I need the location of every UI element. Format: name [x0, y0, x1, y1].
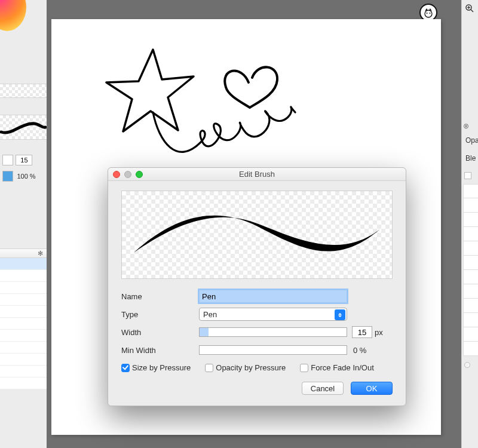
window-controls: [113, 171, 143, 178]
layer-row[interactable]: [0, 366, 47, 378]
foreground-color-swatch[interactable]: [2, 155, 13, 165]
app-window: 15 100 % ✻ ⊗ Opa Ble: [0, 0, 478, 448]
right-list-row[interactable]: [463, 184, 478, 198]
window-close-button[interactable]: [113, 171, 120, 178]
right-list-row[interactable]: [463, 284, 478, 299]
canvas-drawing: [87, 41, 314, 178]
right-list-row[interactable]: [463, 213, 478, 227]
force-fade-option[interactable]: Force Fade In/Out: [300, 363, 374, 372]
cancel-button[interactable]: Cancel: [302, 382, 344, 395]
svg-point-4: [425, 10, 432, 17]
svg-line-1: [471, 10, 473, 12]
size-by-pressure-label: Size by Pressure: [132, 363, 191, 372]
right-list-row[interactable]: [463, 299, 478, 313]
svg-point-5: [427, 13, 428, 14]
edit-brush-dialog: Edit Brush Name Type Pen Width: [108, 167, 406, 406]
checkbox-icon: [205, 364, 213, 372]
checkbox-icon: [300, 364, 308, 372]
opacity-value-label: 100 %: [17, 173, 35, 180]
right-list-row[interactable]: [463, 198, 478, 213]
width-slider[interactable]: [199, 327, 347, 337]
right-list-row[interactable]: [463, 227, 478, 241]
right-inspector-panel: ⊗ Opa Ble: [461, 0, 478, 448]
dialog-titlebar[interactable]: Edit Brush: [108, 168, 406, 181]
layer-row[interactable]: [0, 330, 47, 342]
size-by-pressure-option[interactable]: Size by Pressure: [121, 363, 191, 372]
right-list-row[interactable]: [463, 342, 478, 356]
right-list-row[interactable]: [463, 256, 478, 270]
chevron-updown-icon: [335, 309, 345, 320]
brush-stroke-icon: [0, 115, 47, 139]
min-width-label: Min Width: [121, 346, 199, 355]
layer-row[interactable]: [0, 318, 47, 330]
brush-stroke-preview[interactable]: [0, 115, 47, 139]
force-fade-label: Force Fade In/Out: [311, 363, 374, 372]
brush-preview: [121, 191, 393, 279]
layer-row[interactable]: [0, 294, 47, 306]
zoom-icon[interactable]: [465, 4, 474, 13]
gear-icon[interactable]: ✻: [38, 250, 43, 257]
type-label: Type: [121, 310, 199, 319]
layer-list-header: ✻: [0, 248, 47, 258]
right-list-row[interactable]: [463, 327, 478, 342]
width-label: Width: [121, 328, 199, 337]
layer-row[interactable]: [0, 270, 47, 282]
layer-row[interactable]: [0, 342, 47, 354]
ok-button[interactable]: OK: [351, 382, 393, 395]
brush-size-field[interactable]: 15: [16, 155, 32, 165]
dialog-title: Edit Brush: [108, 170, 406, 179]
svg-point-6: [430, 13, 431, 14]
right-list-row[interactable]: [463, 241, 478, 256]
width-value-input[interactable]: [352, 326, 372, 338]
close-panel-icon[interactable]: ⊗: [463, 122, 469, 130]
right-list-row[interactable]: [463, 270, 478, 284]
opacity-label: Opa: [465, 136, 477, 145]
width-unit-label: px: [375, 328, 383, 337]
brush-type-selected-value: Pen: [203, 310, 217, 319]
checkbox-small[interactable]: [464, 172, 471, 179]
right-list-row[interactable]: [463, 313, 478, 327]
dialog-body: Name Type Pen Width px: [108, 181, 406, 406]
layer-row[interactable]: [0, 378, 47, 389]
layer-row[interactable]: [0, 282, 47, 294]
brush-type-select[interactable]: Pen: [199, 308, 347, 321]
checkbox-icon: [121, 364, 130, 372]
min-width-value-label: 0 %: [353, 346, 366, 355]
window-zoom-button[interactable]: [136, 171, 143, 178]
left-tool-panel: 15 100 % ✻: [0, 0, 47, 448]
radio-small[interactable]: [464, 362, 470, 368]
background-color-swatch[interactable]: [2, 171, 13, 182]
min-width-slider[interactable]: [199, 345, 347, 355]
window-minimize-button[interactable]: [124, 171, 131, 178]
brush-name-input[interactable]: [199, 290, 347, 303]
name-label: Name: [121, 292, 199, 301]
layer-row-selected[interactable]: [0, 258, 47, 270]
width-slider-fill: [200, 328, 209, 336]
brush-preview-stroke-icon: [122, 191, 392, 279]
layer-row[interactable]: [0, 354, 47, 366]
opacity-by-pressure-label: Opacity by Pressure: [216, 363, 286, 372]
texture-slot-1[interactable]: [0, 84, 47, 97]
blend-label: Ble: [465, 154, 477, 162]
layer-row[interactable]: [0, 306, 47, 318]
mascot-icon: [422, 7, 434, 19]
opacity-by-pressure-option[interactable]: Opacity by Pressure: [205, 363, 286, 372]
